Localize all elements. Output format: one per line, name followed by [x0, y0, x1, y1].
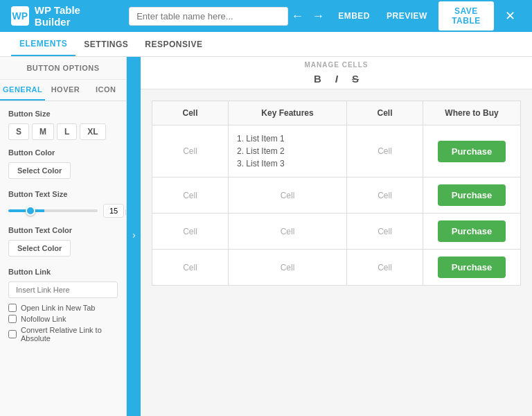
checkbox-nofollow-input[interactable]: [8, 315, 17, 323]
purchase-button[interactable]: Purchase: [438, 184, 506, 206]
button-color-label: Button Color: [8, 148, 118, 157]
close-button[interactable]: ✕: [499, 6, 521, 26]
checkbox-nofollow-label: Nofollow Link: [21, 315, 66, 323]
button-text-color-picker[interactable]: Select Color: [8, 240, 71, 257]
text-size-row: px: [8, 204, 118, 218]
row4-cell1: Cell: [152, 250, 229, 286]
purchase-button[interactable]: Purchase: [438, 220, 506, 242]
row3-cell2: Cell: [228, 214, 346, 250]
subnav-item-elements[interactable]: ELEMENTS: [11, 32, 76, 56]
sidebar: BUTTON OPTIONS GENERAL HOVER ICON Button…: [0, 57, 127, 416]
row2-cell1: Cell: [152, 177, 229, 214]
size-l-button[interactable]: L: [57, 123, 77, 140]
tab-hover[interactable]: HOVER: [45, 80, 85, 101]
row3-cell1: Cell: [152, 214, 229, 250]
size-buttons: S M L XL: [8, 123, 118, 140]
checkbox-convert-link: Convert Relative Link to Absolute: [8, 326, 118, 343]
table-wrapper: Cell Key Features Cell Where to Buy Cell…: [141, 89, 532, 416]
builder-table: Cell Key Features Cell Where to Buy Cell…: [152, 101, 521, 286]
row1-cell3: Cell: [347, 125, 423, 177]
size-xl-button[interactable]: XL: [80, 123, 105, 140]
checkbox-new-tab-input[interactable]: [8, 304, 17, 312]
checkbox-convert-link-input[interactable]: [8, 330, 17, 338]
checkbox-convert-link-label: Convert Relative Link to Absolute: [21, 326, 118, 343]
row1-key-features: 1. List Item 1 2. List Item 2 3. List It…: [228, 125, 346, 177]
purchase-button[interactable]: Purchase: [438, 257, 506, 278]
logo-text: WP Table Builder: [35, 4, 112, 28]
button-text-size-label: Button Text Size: [8, 190, 118, 198]
subnav-item-settings[interactable]: SETTINGS: [76, 32, 136, 56]
sidebar-content: Button Size S M L XL Button Color Select…: [0, 101, 126, 416]
link-input[interactable]: [8, 281, 118, 298]
list-item: 1. List Item 1: [237, 132, 338, 145]
subnav-item-responsive[interactable]: RESPONSIVE: [136, 32, 211, 56]
content-area: MANAGE CELLS B I S Cell Key Features Cel…: [141, 57, 532, 416]
tab-general[interactable]: GENERAL: [0, 80, 45, 101]
header-cell-4: Where to Buy: [423, 101, 521, 125]
row3-cell3: Cell: [347, 214, 423, 250]
tab-icon[interactable]: ICON: [86, 80, 126, 101]
table-row: Cell Cell Cell Purchase: [152, 177, 521, 214]
embed-button[interactable]: EMBED: [332, 8, 375, 24]
preview-button[interactable]: PREVIEW: [381, 8, 433, 24]
chevron-left-icon: ‹: [132, 231, 136, 242]
sidebar-tabs: GENERAL HOVER ICON: [0, 80, 126, 101]
row2-cell2: Cell: [228, 177, 346, 214]
checkbox-nofollow: Nofollow Link: [8, 315, 118, 323]
top-bar-actions: ← → EMBED PREVIEW SAVE TABLE ✕: [288, 1, 521, 31]
purchase-button[interactable]: Purchase: [438, 141, 506, 162]
text-size-slider[interactable]: [8, 209, 98, 212]
row2-cell3: Cell: [347, 177, 423, 214]
row2-buy: Purchase: [423, 177, 521, 214]
bold-button[interactable]: B: [310, 71, 326, 86]
row1-cell1: Cell: [152, 125, 229, 177]
size-s-button[interactable]: S: [8, 123, 29, 140]
table-row: Cell 1. List Item 1 2. List Item 2 3. Li…: [152, 125, 521, 177]
manage-cells-bar: MANAGE CELLS B I S: [141, 57, 532, 89]
top-bar: WP WP Table Builder ← → EMBED PREVIEW SA…: [0, 0, 532, 32]
format-buttons: B I S: [310, 71, 363, 86]
row4-cell2: Cell: [228, 250, 346, 286]
button-color-picker[interactable]: Select Color: [8, 162, 71, 179]
sidebar-header: BUTTON OPTIONS: [0, 57, 126, 80]
header-cell-1: Cell: [152, 101, 229, 125]
row3-buy: Purchase: [423, 214, 521, 250]
row4-cell3: Cell: [347, 250, 423, 286]
header-cell-3: Cell: [347, 101, 423, 125]
text-size-input-group: px: [103, 204, 127, 218]
sidebar-toggle[interactable]: ‹: [127, 57, 141, 416]
table-name-input[interactable]: [129, 7, 288, 26]
button-link-label: Button Link: [8, 268, 118, 276]
table-row: Cell Cell Cell Purchase: [152, 214, 521, 250]
italic-button[interactable]: I: [331, 71, 342, 86]
checkbox-new-tab-label: Open Link in New Tab: [21, 304, 95, 312]
undo-button[interactable]: ←: [288, 6, 306, 26]
list-item: 3. List Item 3: [237, 157, 338, 170]
save-table-button[interactable]: SAVE TABLE: [438, 1, 494, 31]
text-size-input[interactable]: [103, 204, 124, 218]
button-text-color-label: Button Text Color: [8, 226, 118, 234]
table-row: Cell Cell Cell Purchase: [152, 250, 521, 286]
checkbox-new-tab: Open Link in New Tab: [8, 304, 118, 312]
manage-cells-label: MANAGE CELLS: [305, 61, 369, 69]
history-actions: ← →: [288, 6, 327, 26]
key-features-list: 1. List Item 1 2. List Item 2 3. List It…: [237, 132, 338, 170]
row1-buy: Purchase: [423, 125, 521, 177]
redo-button[interactable]: →: [309, 6, 327, 26]
logo-icon: WP: [11, 6, 29, 26]
size-m-button[interactable]: M: [32, 123, 54, 140]
sub-nav: ELEMENTS SETTINGS RESPONSIVE: [0, 32, 532, 57]
button-size-label: Button Size: [8, 110, 118, 118]
table-header-row: Cell Key Features Cell Where to Buy: [152, 101, 521, 125]
list-item: 2. List Item 2: [237, 145, 338, 157]
header-cell-2: Key Features: [228, 101, 346, 125]
strikethrough-button[interactable]: S: [348, 71, 363, 86]
main-layout: BUTTON OPTIONS GENERAL HOVER ICON Button…: [0, 57, 532, 416]
logo: WP WP Table Builder: [11, 4, 112, 28]
row4-buy: Purchase: [423, 250, 521, 286]
